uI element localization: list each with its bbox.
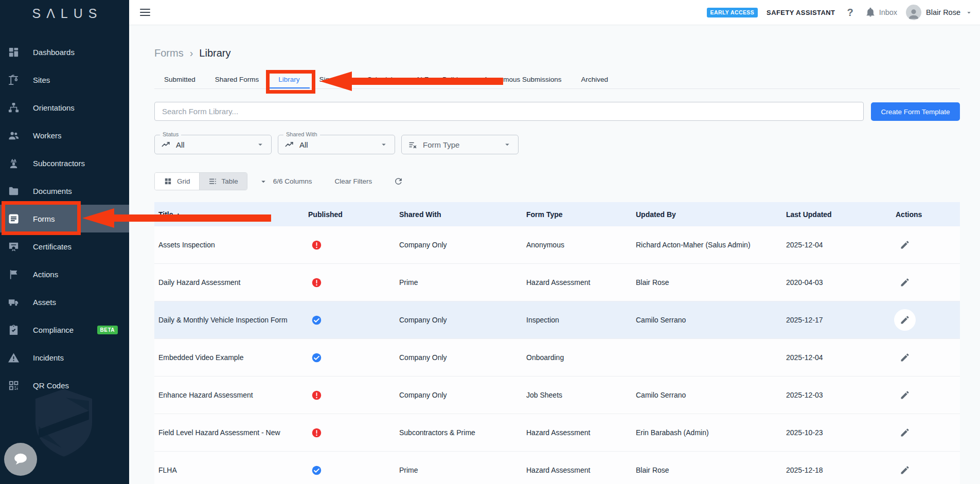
clear-filters-button[interactable]: Clear Filters [335, 177, 372, 185]
tab-ai-form-builder[interactable]: AI Form Builder [406, 70, 474, 88]
cell-title: FLHA [154, 466, 304, 474]
column-header-form-type[interactable]: Form Type [522, 210, 632, 219]
qr-icon [8, 380, 20, 391]
sidebar-item-label: Subcontractors [33, 159, 85, 168]
shared-with-filter-value: All [299, 140, 308, 149]
cell-published [304, 465, 395, 476]
sidebar-item-label: Dashboards [33, 48, 75, 57]
table-row[interactable]: Enhance Hazard AssessmentCompany OnlyJob… [154, 377, 960, 414]
unpublished-alert-icon [311, 277, 322, 288]
cell-actions [892, 240, 960, 250]
inbox-button[interactable]: Inbox [865, 7, 897, 17]
tab-shared-forms[interactable]: Shared Forms [205, 70, 269, 88]
trending-icon [161, 140, 171, 150]
cell-published [304, 240, 395, 250]
breadcrumb-separator: › [190, 47, 193, 59]
cell-title: Embedded Video Example [154, 353, 304, 362]
columns-selector[interactable]: 6/6 Columns [273, 177, 312, 185]
chevron-down-icon [503, 140, 512, 149]
cell-last-updated: 2025-12-03 [782, 391, 892, 399]
table-row[interactable]: Daily & Monthly Vehicle Inspection FormC… [154, 301, 960, 339]
chat-bubble-icon [11, 450, 30, 469]
table-row[interactable]: FLHAPrimeHazard AssessmentBlair Rose2025… [154, 452, 960, 484]
published-check-icon [311, 465, 322, 476]
edit-pencil-icon[interactable] [900, 277, 910, 288]
create-form-template-button[interactable]: Create Form Template [871, 102, 960, 121]
sidebar-item-documents[interactable]: Documents [0, 177, 129, 205]
help-icon[interactable]: ? [847, 7, 853, 19]
sidebar-item-assets[interactable]: Assets [0, 288, 129, 316]
safety-assistant-button[interactable]: SAFETY ASSISTANT [767, 9, 835, 16]
tab-anonymous-submissions[interactable]: Anonymous Submissions [474, 70, 572, 88]
cell-title: Field Level Hazard Assessment - New [154, 428, 304, 437]
sidebar-item-orientations[interactable]: Orientations [0, 94, 129, 121]
breadcrumb-forms[interactable]: Forms [154, 47, 184, 59]
cell-form-type: Anonymous [522, 241, 632, 249]
sort-ascending-icon: ▲ [176, 212, 181, 217]
cell-title: Daily Hazard Assessment [154, 278, 304, 286]
sidebar-item-label: Documents [33, 187, 72, 195]
sidebar-item-workers[interactable]: Workers [0, 121, 129, 149]
published-check-icon [311, 315, 322, 326]
tab-sign-offs[interactable]: Sign Offs [310, 70, 358, 88]
table-rows-icon [208, 177, 217, 186]
forms-icon [8, 213, 20, 225]
sidebar-item-dashboards[interactable]: Dashboards [0, 38, 129, 66]
table-row[interactable]: Assets InspectionCompany OnlyAnonymousRi… [154, 226, 960, 264]
grid-view-button[interactable]: Grid [155, 173, 199, 190]
sidebar-item-label: Actions [33, 270, 58, 279]
unpublished-alert-icon [311, 427, 322, 438]
edit-pencil-icon[interactable] [900, 465, 910, 475]
tab-submitted[interactable]: Submitted [154, 70, 205, 88]
shared-with-filter-select[interactable]: Shared With All [278, 135, 395, 154]
sidebar-item-compliance[interactable]: ComplianceBETA [0, 316, 129, 344]
view-toggle: Grid Table [154, 172, 247, 190]
chevron-down-icon[interactable] [259, 177, 268, 186]
tab-library[interactable]: Library [269, 70, 309, 88]
sidebar-item-forms[interactable]: Forms [0, 205, 129, 232]
edit-pencil-icon[interactable] [900, 240, 910, 250]
sidebar-item-subcontractors[interactable]: Subcontractors [0, 149, 129, 177]
orientations-icon [8, 102, 20, 114]
grid-icon [164, 177, 172, 186]
trending-icon [284, 140, 294, 150]
cell-last-updated: 2020-04-03 [782, 278, 892, 286]
search-input[interactable] [154, 102, 864, 121]
tab-schedule[interactable]: Schedule [358, 70, 406, 88]
status-filter-select[interactable]: Status All [154, 135, 272, 154]
published-check-icon [311, 352, 322, 363]
sidebar-nav: DashboardsSitesOrientationsWorkersSubcon… [0, 38, 129, 399]
column-header-actions[interactable]: Actions [892, 210, 960, 219]
chat-widget-button[interactable] [4, 443, 37, 476]
cell-actions [892, 277, 960, 288]
refresh-icon[interactable] [394, 176, 403, 186]
column-header-updated-by[interactable]: Updated By [632, 210, 782, 219]
table-row[interactable]: Embedded Video ExampleCompany OnlyOnboar… [154, 339, 960, 377]
sidebar-item-sites[interactable]: Sites [0, 66, 129, 94]
column-header-title[interactable]: Title▲ [154, 210, 304, 219]
column-header-shared-with[interactable]: Shared With [395, 210, 522, 219]
user-menu[interactable]: Blair Rose [906, 5, 973, 20]
chevron-down-icon [379, 140, 388, 149]
sidebar-item-incidents[interactable]: Incidents [0, 344, 129, 371]
avatar [906, 5, 921, 20]
edit-pencil-icon[interactable] [900, 427, 910, 438]
sidebar-item-actions[interactable]: Actions [0, 260, 129, 288]
tab-archived[interactable]: Archived [572, 70, 618, 88]
form-type-filter-select[interactable]: Form Type [401, 135, 519, 154]
column-header-published[interactable]: Published [304, 210, 395, 219]
table-view-button[interactable]: Table [199, 173, 247, 190]
sidebar-item-label: Incidents [33, 353, 64, 362]
sidebar-item-label: Compliance [33, 326, 74, 334]
documents-icon [8, 185, 20, 197]
sites-icon [8, 74, 20, 86]
hamburger-menu-icon[interactable] [140, 7, 150, 18]
edit-pencil-icon[interactable] [900, 352, 910, 363]
sidebar-item-certificates[interactable]: Certificates [0, 232, 129, 260]
edit-pencil-icon[interactable] [894, 309, 916, 331]
edit-pencil-icon[interactable] [900, 390, 910, 400]
column-header-last-updated[interactable]: Last Updated [782, 210, 892, 219]
table-row[interactable]: Field Level Hazard Assessment - NewSubco… [154, 414, 960, 452]
table-row[interactable]: Daily Hazard AssessmentPrimeHazard Asses… [154, 264, 960, 301]
sidebar-item-label: Assets [33, 298, 56, 307]
